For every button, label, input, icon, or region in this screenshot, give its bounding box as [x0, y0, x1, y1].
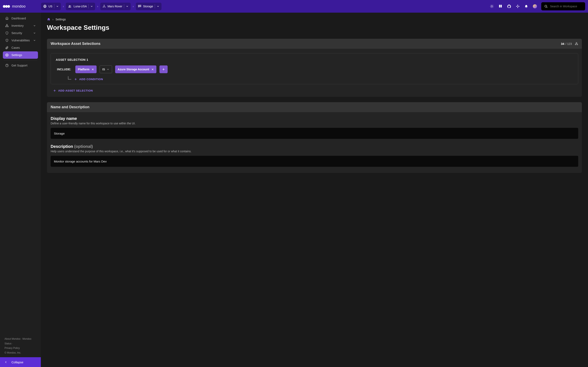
svg-rect-11 — [518, 5, 518, 6]
github-icon[interactable] — [507, 4, 511, 8]
sidebar-nav: Dashboard Inventory Security — [0, 13, 41, 71]
breadcrumb-text: Settings — [56, 18, 66, 21]
copyright: © Mondoo, Inc. — [4, 351, 21, 354]
chevron-down-icon — [156, 5, 159, 8]
page-title: Workspace Settings — [47, 24, 582, 31]
crumb-org[interactable]: Luna-USA — [66, 3, 95, 10]
inventory-icon — [5, 24, 9, 27]
svg-point-1 — [69, 5, 70, 6]
operator-select[interactable]: IS — [100, 66, 112, 73]
name-card: Name and Description Display name Define… — [47, 102, 582, 173]
home-icon[interactable] — [47, 17, 51, 21]
chevron-down-icon — [33, 32, 36, 34]
sidebar-label: Cases — [11, 46, 36, 49]
sidebar-label: Settings — [11, 53, 36, 57]
sidebar-item-vulnerabilities[interactable]: Vulnerabilities — [3, 37, 38, 44]
search-icon — [544, 4, 548, 8]
svg-point-3 — [104, 5, 104, 6]
breadcrumb-sep: › — [52, 18, 53, 21]
theme-toggle-icon[interactable] — [490, 4, 494, 8]
svg-rect-8 — [139, 5, 141, 6]
globe-icon — [43, 4, 47, 8]
privacy-link[interactable]: Privacy Policy — [4, 347, 20, 350]
svg-rect-14 — [518, 6, 520, 7]
description-label: Description (optional) — [51, 144, 578, 149]
filter-value-chip[interactable]: Azure Storage Account — [115, 66, 156, 73]
bell-icon[interactable] — [524, 4, 528, 8]
asset-count: 34 / 123 — [561, 42, 578, 45]
sidebar: Dashboard Inventory Security — [0, 13, 41, 367]
about-link[interactable]: About Mondoo — [4, 337, 20, 340]
avatar[interactable] — [533, 4, 537, 8]
svg-rect-7 — [138, 6, 139, 7]
crumb-label: Mars Rover — [108, 5, 122, 8]
svg-rect-13 — [516, 6, 518, 7]
home-icon — [5, 17, 9, 20]
close-icon[interactable] — [91, 68, 94, 71]
selection-title: ASSET SELECTION 1 — [56, 58, 573, 61]
svg-rect-23 — [575, 44, 576, 45]
crumb-label: Storage — [143, 5, 153, 8]
description-sub: Help users understand the purpose of thi… — [51, 150, 578, 153]
svg-point-2 — [70, 6, 71, 6]
crumb-region[interactable]: US — [41, 3, 61, 10]
svg-point-10 — [491, 6, 493, 7]
add-condition-row: ADD CONDITION — [56, 78, 573, 81]
card-title: Name and Description — [51, 105, 578, 109]
selections-card-header: Workspace Asset Selections 34 / 123 — [47, 39, 582, 49]
tree-icon — [102, 4, 106, 8]
svg-point-16 — [545, 5, 547, 7]
display-name-input[interactable] — [51, 128, 578, 139]
main-content: › Settings Workspace Settings Workspace … — [41, 13, 588, 367]
crumb-project[interactable]: Mars Rover — [100, 3, 131, 10]
sidebar-item-inventory[interactable]: Inventory — [3, 22, 38, 29]
add-condition-button[interactable]: ADD CONDITION — [74, 78, 103, 81]
crumb-sep: › — [97, 5, 98, 8]
selections-card: Workspace Asset Selections 34 / 123 ASSE… — [47, 39, 582, 97]
collapse-sidebar[interactable]: Collapse — [0, 357, 41, 367]
crumb-label: Luna-USA — [73, 5, 87, 8]
brand-text: mondoo — [12, 4, 26, 8]
workspace-icon — [138, 4, 141, 8]
search-box[interactable] — [541, 2, 585, 10]
display-name-label: Display name — [51, 116, 578, 121]
sidebar-label: Vulnerabilities — [11, 39, 33, 42]
brand[interactable]: mondoo — [3, 4, 26, 8]
asset-selection-box: ASSET SELECTION 1 INCLUDE: Platform IS — [51, 53, 578, 84]
search-input[interactable] — [550, 5, 586, 8]
description-input[interactable] — [51, 156, 578, 167]
svg-rect-12 — [518, 7, 518, 8]
sidebar-item-security[interactable]: Security — [3, 29, 38, 37]
crumb-workspace[interactable]: Storage — [136, 3, 162, 10]
add-selection-button[interactable]: ADD ASSET SELECTION — [53, 89, 93, 92]
sidebar-item-dashboard[interactable]: Dashboard — [3, 15, 38, 22]
slack-icon[interactable] — [516, 4, 520, 8]
chevron-down-icon — [33, 39, 36, 42]
breadcrumb-row: US › Luna-USA › Mars Rover — [41, 3, 161, 10]
gear-icon — [5, 53, 9, 57]
name-card-header: Name and Description — [47, 102, 582, 112]
add-value-button[interactable] — [159, 66, 168, 73]
chevron-down-icon — [107, 68, 109, 71]
page-breadcrumb: › Settings — [47, 17, 582, 21]
close-icon[interactable] — [151, 68, 154, 71]
svg-rect-18 — [6, 26, 7, 27]
display-name-sub: Define a user-friendly name for this wor… — [51, 122, 578, 125]
collapse-label: Collapse — [11, 360, 23, 364]
branch-icon — [68, 76, 71, 80]
svg-rect-17 — [7, 24, 8, 25]
sidebar-item-cases[interactable]: Cases — [3, 44, 38, 51]
chevron-down-icon — [90, 5, 93, 8]
docs-icon[interactable] — [498, 4, 502, 8]
sidebar-item-settings[interactable]: Settings — [3, 51, 38, 59]
filter-key-chip[interactable]: Platform — [75, 66, 96, 73]
sidebar-item-support[interactable]: Get Support — [3, 62, 38, 69]
help-icon — [5, 64, 9, 67]
include-label: INCLUDE: — [57, 68, 71, 71]
topbar: mondoo US › Luna-USA › — [0, 0, 588, 13]
sidebar-label: Get Support — [11, 64, 36, 67]
sidebar-label: Inventory — [11, 24, 33, 27]
chevron-down-icon — [33, 24, 36, 27]
plus-icon — [74, 78, 77, 81]
svg-point-15 — [533, 4, 537, 8]
